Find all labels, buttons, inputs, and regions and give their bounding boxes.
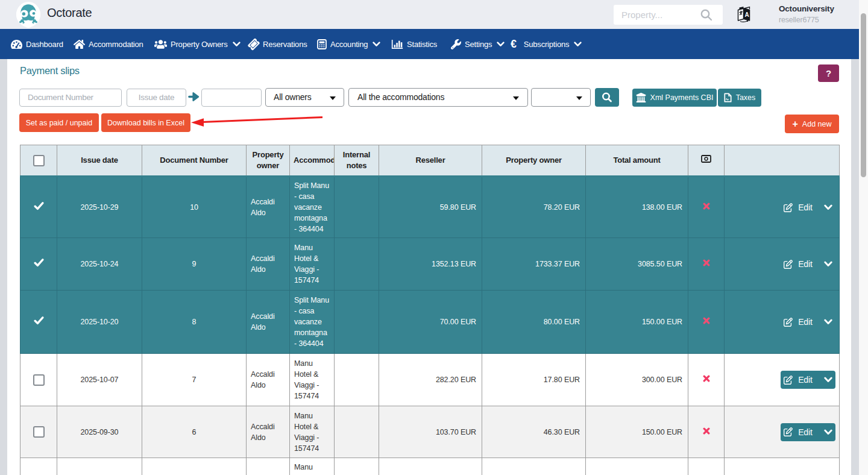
svg-text:A: A (744, 11, 749, 18)
